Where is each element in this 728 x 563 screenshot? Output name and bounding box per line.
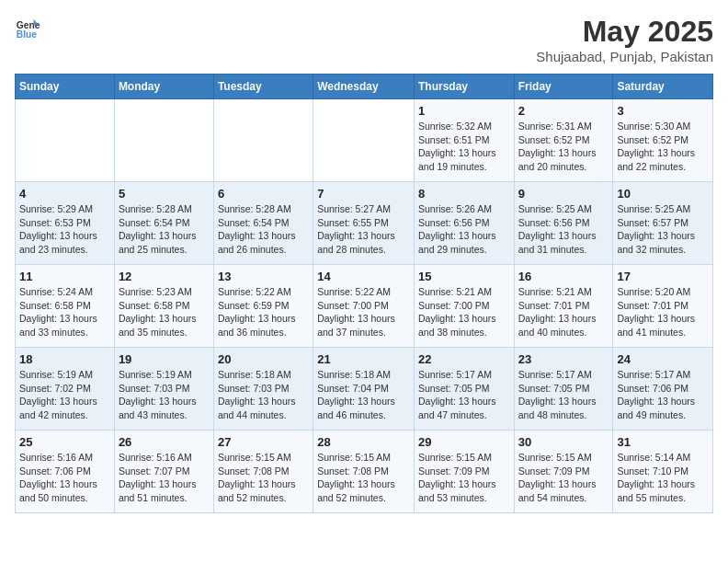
cell-detail: Daylight: 13 hours [19, 229, 110, 243]
cell-detail: Sunset: 6:54 PM [119, 216, 210, 230]
cell-detail: Sunrise: 5:31 AM [518, 120, 609, 133]
calendar-cell: 21Sunrise: 5:18 AMSunset: 7:04 PMDayligh… [313, 348, 415, 431]
cell-detail: and 48 minutes. [518, 408, 609, 422]
cell-detail: Sunset: 6:56 PM [418, 216, 510, 230]
calendar-cell: 6Sunrise: 5:28 AMSunset: 6:54 PMDaylight… [213, 182, 313, 265]
day-number: 26 [119, 435, 210, 449]
calendar-cell: 19Sunrise: 5:19 AMSunset: 7:03 PMDayligh… [114, 348, 213, 431]
cell-detail: Sunrise: 5:25 AM [518, 202, 609, 216]
cell-detail: Sunrise: 5:14 AM [617, 451, 709, 465]
cell-detail: Daylight: 13 hours [617, 477, 709, 491]
week-row-4: 18Sunrise: 5:19 AMSunset: 7:02 PMDayligh… [16, 348, 713, 431]
cell-detail: Sunset: 6:53 PM [19, 216, 110, 230]
cell-detail: and 33 minutes. [19, 326, 110, 339]
cell-detail: Daylight: 13 hours [518, 229, 609, 243]
cell-detail: and 53 minutes. [418, 491, 510, 505]
cell-detail: and 36 minutes. [218, 326, 309, 339]
day-number: 17 [617, 270, 709, 283]
cell-detail: Sunset: 7:05 PM [518, 382, 609, 396]
cell-detail: Sunset: 6:52 PM [617, 133, 709, 147]
cell-detail: Sunrise: 5:28 AM [119, 202, 210, 216]
cell-detail: and 37 minutes. [317, 326, 410, 339]
cell-detail: Daylight: 13 hours [418, 477, 510, 491]
day-number: 3 [617, 104, 709, 118]
calendar-cell: 30Sunrise: 5:15 AMSunset: 7:09 PMDayligh… [514, 431, 613, 513]
header-cell-tuesday: Tuesday [213, 75, 313, 99]
day-number: 19 [119, 352, 210, 366]
day-number: 10 [617, 187, 709, 201]
calendar-body: 1Sunrise: 5:32 AMSunset: 6:51 PMDaylight… [16, 99, 713, 513]
cell-detail: Daylight: 13 hours [518, 146, 609, 160]
subtitle: Shujaabad, Punjab, Pakistan [536, 49, 713, 64]
cell-detail: Daylight: 13 hours [617, 229, 709, 243]
cell-detail: Sunrise: 5:18 AM [317, 368, 410, 382]
cell-detail: Daylight: 13 hours [418, 312, 510, 326]
cell-detail: and 31 minutes. [518, 243, 609, 257]
cell-detail: Daylight: 13 hours [218, 477, 309, 491]
cell-detail: Sunrise: 5:22 AM [218, 285, 309, 299]
calendar-cell: 2Sunrise: 5:31 AMSunset: 6:52 PMDaylight… [514, 99, 613, 182]
cell-detail: and 43 minutes. [119, 408, 210, 422]
cell-detail: Daylight: 13 hours [119, 312, 210, 326]
cell-detail: and 51 minutes. [119, 491, 210, 505]
day-number: 30 [518, 435, 609, 449]
cell-detail: Sunrise: 5:23 AM [119, 285, 210, 299]
day-number: 25 [19, 435, 110, 449]
cell-detail: Sunset: 6:56 PM [518, 216, 609, 230]
calendar-cell [114, 99, 213, 182]
cell-detail: Sunrise: 5:30 AM [617, 120, 709, 133]
calendar-cell: 22Sunrise: 5:17 AMSunset: 7:05 PMDayligh… [414, 348, 514, 431]
cell-detail: Sunrise: 5:15 AM [518, 451, 609, 465]
cell-detail: and 52 minutes. [317, 491, 410, 505]
cell-detail: Sunrise: 5:16 AM [119, 451, 210, 465]
cell-detail: Sunset: 7:06 PM [19, 465, 110, 478]
cell-detail: Sunset: 6:59 PM [218, 299, 309, 313]
cell-detail: and 42 minutes. [19, 408, 110, 422]
header-cell-saturday: Saturday [613, 75, 713, 99]
cell-detail: Sunset: 6:55 PM [317, 216, 410, 230]
day-number: 15 [418, 270, 510, 283]
header: General Blue May 2025 Shujaabad, Punjab,… [15, 15, 713, 64]
day-number: 23 [518, 352, 609, 366]
day-number: 18 [19, 352, 110, 366]
cell-detail: Sunset: 6:54 PM [218, 216, 309, 230]
cell-detail: Sunset: 7:02 PM [19, 382, 110, 396]
day-number: 21 [317, 352, 410, 366]
cell-detail: and 46 minutes. [317, 408, 410, 422]
day-number: 7 [317, 187, 410, 201]
cell-detail: and 40 minutes. [518, 326, 609, 339]
cell-detail: Sunrise: 5:27 AM [317, 202, 410, 216]
cell-detail: Daylight: 13 hours [19, 395, 110, 408]
day-number: 8 [418, 187, 510, 201]
header-cell-thursday: Thursday [414, 75, 514, 99]
header-cell-sunday: Sunday [16, 75, 115, 99]
cell-detail: Sunrise: 5:22 AM [317, 285, 410, 299]
calendar-cell: 3Sunrise: 5:30 AMSunset: 6:52 PMDaylight… [613, 99, 713, 182]
calendar-cell: 4Sunrise: 5:29 AMSunset: 6:53 PMDaylight… [16, 182, 115, 265]
day-number: 28 [317, 435, 410, 449]
cell-detail: and 50 minutes. [19, 491, 110, 505]
calendar-cell: 7Sunrise: 5:27 AMSunset: 6:55 PMDaylight… [313, 182, 415, 265]
cell-detail: Daylight: 13 hours [418, 395, 510, 408]
cell-detail: Daylight: 13 hours [617, 312, 709, 326]
cell-detail: and 23 minutes. [19, 243, 110, 257]
day-number: 6 [218, 187, 309, 201]
week-row-3: 11Sunrise: 5:24 AMSunset: 6:58 PMDayligh… [16, 265, 713, 348]
cell-detail: Daylight: 13 hours [218, 229, 309, 243]
cell-detail: Sunset: 7:03 PM [218, 382, 309, 396]
day-number: 22 [418, 352, 510, 366]
calendar-table: SundayMondayTuesdayWednesdayThursdayFrid… [15, 74, 713, 513]
cell-detail: Sunrise: 5:17 AM [518, 368, 609, 382]
cell-detail: Sunset: 6:51 PM [418, 133, 510, 147]
cell-detail: Sunrise: 5:21 AM [418, 285, 510, 299]
calendar-cell [213, 99, 313, 182]
calendar-cell: 9Sunrise: 5:25 AMSunset: 6:56 PMDaylight… [514, 182, 613, 265]
cell-detail: Sunset: 7:03 PM [119, 382, 210, 396]
calendar-cell: 5Sunrise: 5:28 AMSunset: 6:54 PMDaylight… [114, 182, 213, 265]
cell-detail: Sunrise: 5:15 AM [317, 451, 410, 465]
day-number: 12 [119, 270, 210, 283]
cell-detail: Daylight: 13 hours [119, 229, 210, 243]
calendar-cell: 15Sunrise: 5:21 AMSunset: 7:00 PMDayligh… [414, 265, 514, 348]
cell-detail: and 25 minutes. [119, 243, 210, 257]
calendar-cell: 17Sunrise: 5:20 AMSunset: 7:01 PMDayligh… [613, 265, 713, 348]
